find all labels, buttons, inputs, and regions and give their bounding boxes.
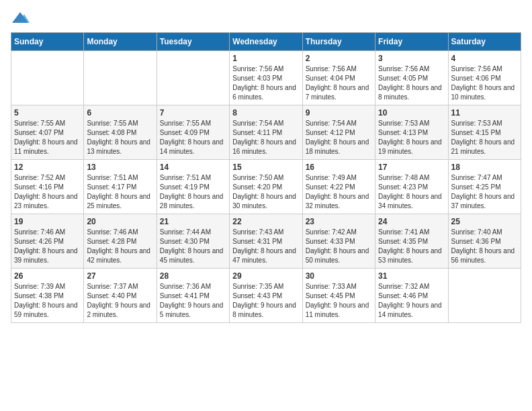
day-cell: 13Sunrise: 7:51 AM Sunset: 4:17 PM Dayli… xyxy=(84,160,157,214)
day-info: Sunrise: 7:40 AM Sunset: 4:36 PM Dayligh… xyxy=(451,228,518,265)
day-info: Sunrise: 7:54 AM Sunset: 4:12 PM Dayligh… xyxy=(306,119,372,156)
header-sunday: Sunday xyxy=(11,33,84,51)
day-number: 13 xyxy=(87,163,153,172)
day-info: Sunrise: 7:54 AM Sunset: 4:11 PM Dayligh… xyxy=(232,119,299,156)
day-cell: 28Sunrise: 7:36 AM Sunset: 4:41 PM Dayli… xyxy=(157,269,229,323)
day-number: 7 xyxy=(160,108,226,118)
day-number: 20 xyxy=(87,217,153,226)
day-cell xyxy=(11,51,84,105)
day-cell: 9Sunrise: 7:54 AM Sunset: 4:12 PM Daylig… xyxy=(302,105,375,160)
day-cell: 12Sunrise: 7:52 AM Sunset: 4:16 PM Dayli… xyxy=(11,160,84,214)
day-info: Sunrise: 7:55 AM Sunset: 4:07 PM Dayligh… xyxy=(14,119,81,156)
day-info: Sunrise: 7:36 AM Sunset: 4:41 PM Dayligh… xyxy=(160,282,226,320)
day-cell: 15Sunrise: 7:50 AM Sunset: 4:20 PM Dayli… xyxy=(230,160,302,214)
day-info: Sunrise: 7:53 AM Sunset: 4:15 PM Dayligh… xyxy=(451,119,518,156)
day-info: Sunrise: 7:55 AM Sunset: 4:08 PM Dayligh… xyxy=(87,119,153,156)
day-cell: 27Sunrise: 7:37 AM Sunset: 4:40 PM Dayli… xyxy=(84,269,157,323)
day-number: 17 xyxy=(378,163,445,172)
day-number: 23 xyxy=(306,217,372,226)
day-info: Sunrise: 7:37 AM Sunset: 4:40 PM Dayligh… xyxy=(87,282,153,320)
header-row: SundayMondayTuesdayWednesdayThursdayFrid… xyxy=(11,33,521,51)
day-info: Sunrise: 7:50 AM Sunset: 4:20 PM Dayligh… xyxy=(232,173,299,211)
day-info: Sunrise: 7:47 AM Sunset: 4:25 PM Dayligh… xyxy=(451,173,518,211)
day-info: Sunrise: 7:41 AM Sunset: 4:35 PM Dayligh… xyxy=(378,228,445,265)
day-cell: 23Sunrise: 7:42 AM Sunset: 4:33 PM Dayli… xyxy=(302,214,375,269)
day-cell: 19Sunrise: 7:46 AM Sunset: 4:26 PM Dayli… xyxy=(11,214,84,269)
header-wednesday: Wednesday xyxy=(230,33,302,51)
day-number: 21 xyxy=(160,217,226,226)
day-cell: 16Sunrise: 7:49 AM Sunset: 4:22 PM Dayli… xyxy=(302,160,375,214)
day-cell: 3Sunrise: 7:56 AM Sunset: 4:05 PM Daylig… xyxy=(375,51,448,105)
day-info: Sunrise: 7:44 AM Sunset: 4:30 PM Dayligh… xyxy=(160,228,226,265)
day-number: 4 xyxy=(451,54,518,63)
day-cell: 30Sunrise: 7:33 AM Sunset: 4:45 PM Dayli… xyxy=(302,269,375,323)
header-friday: Friday xyxy=(375,33,448,51)
day-info: Sunrise: 7:56 AM Sunset: 4:04 PM Dayligh… xyxy=(306,64,372,102)
day-cell: 22Sunrise: 7:43 AM Sunset: 4:31 PM Dayli… xyxy=(230,214,302,269)
day-number: 22 xyxy=(232,217,299,226)
logo-icon xyxy=(11,11,30,26)
day-cell: 26Sunrise: 7:39 AM Sunset: 4:38 PM Dayli… xyxy=(11,269,84,323)
header-monday: Monday xyxy=(84,33,157,51)
day-number: 12 xyxy=(14,163,81,172)
day-info: Sunrise: 7:39 AM Sunset: 4:38 PM Dayligh… xyxy=(14,282,81,320)
day-number: 15 xyxy=(232,163,299,172)
day-cell: 1Sunrise: 7:56 AM Sunset: 4:03 PM Daylig… xyxy=(230,51,302,105)
day-number: 27 xyxy=(87,271,153,281)
header xyxy=(11,11,521,26)
day-number: 24 xyxy=(378,217,445,226)
day-cell: 20Sunrise: 7:46 AM Sunset: 4:28 PM Dayli… xyxy=(84,214,157,269)
day-info: Sunrise: 7:33 AM Sunset: 4:45 PM Dayligh… xyxy=(306,282,372,320)
day-number: 2 xyxy=(306,54,372,63)
day-cell: 7Sunrise: 7:55 AM Sunset: 4:09 PM Daylig… xyxy=(157,105,229,160)
day-number: 11 xyxy=(451,108,518,118)
day-cell: 21Sunrise: 7:44 AM Sunset: 4:30 PM Dayli… xyxy=(157,214,229,269)
day-cell: 17Sunrise: 7:48 AM Sunset: 4:23 PM Dayli… xyxy=(375,160,448,214)
week-row-3: 12Sunrise: 7:52 AM Sunset: 4:16 PM Dayli… xyxy=(11,160,521,214)
day-number: 31 xyxy=(378,271,445,281)
day-cell: 10Sunrise: 7:53 AM Sunset: 4:13 PM Dayli… xyxy=(375,105,448,160)
day-number: 29 xyxy=(232,271,299,281)
day-cell: 5Sunrise: 7:55 AM Sunset: 4:07 PM Daylig… xyxy=(11,105,84,160)
day-info: Sunrise: 7:56 AM Sunset: 4:03 PM Dayligh… xyxy=(232,64,299,102)
week-row-4: 19Sunrise: 7:46 AM Sunset: 4:26 PM Dayli… xyxy=(11,214,521,269)
day-info: Sunrise: 7:51 AM Sunset: 4:17 PM Dayligh… xyxy=(87,173,153,211)
day-number: 9 xyxy=(306,108,372,118)
header-thursday: Thursday xyxy=(302,33,375,51)
day-info: Sunrise: 7:42 AM Sunset: 4:33 PM Dayligh… xyxy=(306,228,372,265)
day-cell xyxy=(157,51,229,105)
day-info: Sunrise: 7:46 AM Sunset: 4:26 PM Dayligh… xyxy=(14,228,81,265)
day-info: Sunrise: 7:55 AM Sunset: 4:09 PM Dayligh… xyxy=(160,119,226,156)
day-number: 26 xyxy=(14,271,81,281)
calendar-table: SundayMondayTuesdayWednesdayThursdayFrid… xyxy=(11,32,521,323)
day-cell: 11Sunrise: 7:53 AM Sunset: 4:15 PM Dayli… xyxy=(448,105,521,160)
day-cell: 25Sunrise: 7:40 AM Sunset: 4:36 PM Dayli… xyxy=(448,214,521,269)
day-cell: 6Sunrise: 7:55 AM Sunset: 4:08 PM Daylig… xyxy=(84,105,157,160)
day-number: 6 xyxy=(87,108,153,118)
day-number: 30 xyxy=(306,271,372,281)
day-number: 14 xyxy=(160,163,226,172)
day-cell: 8Sunrise: 7:54 AM Sunset: 4:11 PM Daylig… xyxy=(230,105,302,160)
day-cell: 24Sunrise: 7:41 AM Sunset: 4:35 PM Dayli… xyxy=(375,214,448,269)
day-info: Sunrise: 7:43 AM Sunset: 4:31 PM Dayligh… xyxy=(232,228,299,265)
header-saturday: Saturday xyxy=(448,33,521,51)
day-number: 10 xyxy=(378,108,445,118)
day-cell xyxy=(448,269,521,323)
day-info: Sunrise: 7:52 AM Sunset: 4:16 PM Dayligh… xyxy=(14,173,81,211)
week-row-2: 5Sunrise: 7:55 AM Sunset: 4:07 PM Daylig… xyxy=(11,105,521,160)
week-row-5: 26Sunrise: 7:39 AM Sunset: 4:38 PM Dayli… xyxy=(11,269,521,323)
logo xyxy=(11,11,32,26)
day-info: Sunrise: 7:35 AM Sunset: 4:43 PM Dayligh… xyxy=(232,282,299,320)
day-cell: 4Sunrise: 7:56 AM Sunset: 4:06 PM Daylig… xyxy=(448,51,521,105)
day-info: Sunrise: 7:53 AM Sunset: 4:13 PM Dayligh… xyxy=(378,119,445,156)
day-number: 5 xyxy=(14,108,81,118)
day-info: Sunrise: 7:32 AM Sunset: 4:46 PM Dayligh… xyxy=(378,282,445,320)
day-number: 3 xyxy=(378,54,445,63)
day-number: 28 xyxy=(160,271,226,281)
day-number: 18 xyxy=(451,163,518,172)
day-info: Sunrise: 7:56 AM Sunset: 4:05 PM Dayligh… xyxy=(378,64,445,102)
day-info: Sunrise: 7:48 AM Sunset: 4:23 PM Dayligh… xyxy=(378,173,445,211)
day-number: 25 xyxy=(451,217,518,226)
day-cell: 31Sunrise: 7:32 AM Sunset: 4:46 PM Dayli… xyxy=(375,269,448,323)
day-number: 1 xyxy=(232,54,299,63)
